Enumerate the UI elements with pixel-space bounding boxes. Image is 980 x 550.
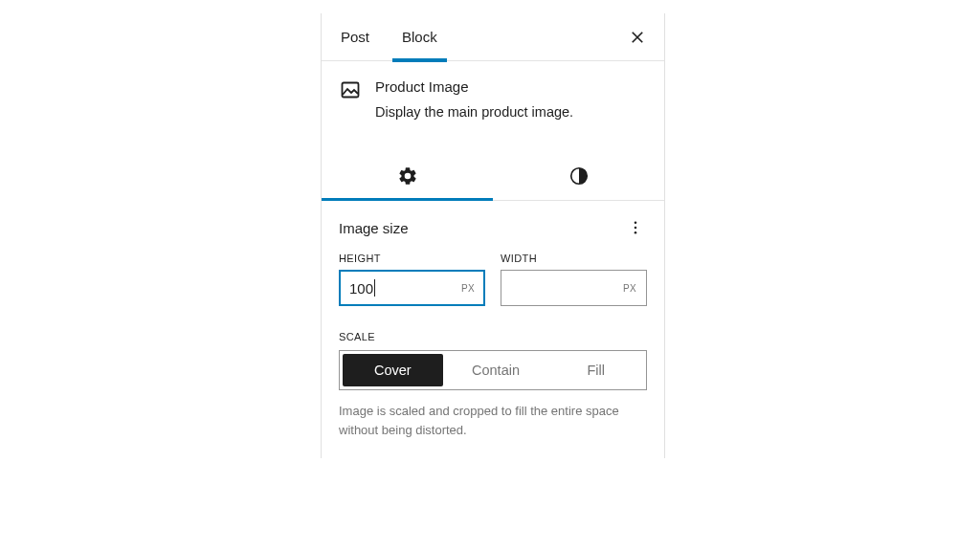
- height-unit[interactable]: PX: [456, 283, 475, 294]
- panel-tabs: Post Block: [322, 13, 664, 61]
- styles-subtab[interactable]: [493, 152, 664, 200]
- svg-rect-0: [343, 83, 359, 98]
- kebab-icon: [627, 219, 644, 236]
- width-input-wrapper[interactable]: PX: [501, 270, 647, 306]
- close-icon: [629, 29, 646, 46]
- image-size-section-header: Image size: [322, 201, 664, 245]
- close-panel-button[interactable]: [626, 26, 649, 49]
- section-options-button[interactable]: [624, 216, 647, 239]
- height-input-wrapper[interactable]: 100 PX: [339, 270, 485, 306]
- height-field: HEIGHT 100 PX: [339, 253, 485, 306]
- half-circle-icon: [568, 165, 590, 187]
- scale-contain-label: Contain: [472, 363, 520, 378]
- block-title: Product Image: [375, 78, 573, 95]
- width-label: WIDTH: [501, 253, 647, 264]
- height-value: 100: [349, 280, 373, 297]
- settings-subtab[interactable]: [322, 152, 493, 200]
- tab-block-label: Block: [402, 29, 437, 45]
- scale-fill-label: Fill: [587, 363, 605, 378]
- height-label: HEIGHT: [339, 253, 485, 264]
- settings-styles-tabs: [322, 152, 664, 201]
- width-input[interactable]: [511, 280, 617, 297]
- block-settings-panel: Post Block Product Image Display the mai…: [321, 13, 665, 458]
- scale-cover-button[interactable]: Cover: [343, 354, 443, 386]
- gear-icon: [397, 165, 418, 187]
- scale-fill-button[interactable]: Fill: [546, 351, 646, 389]
- scale-section: SCALE Cover Contain Fill: [322, 314, 664, 390]
- image-size-title: Image size: [339, 220, 409, 236]
- scale-toggle-group: Cover Contain Fill: [339, 350, 647, 390]
- svg-point-4: [635, 231, 637, 234]
- svg-point-2: [635, 222, 637, 225]
- width-unit[interactable]: PX: [617, 283, 636, 294]
- text-cursor: [374, 279, 375, 297]
- scale-cover-label: Cover: [374, 363, 412, 378]
- tab-block[interactable]: Block: [398, 13, 441, 61]
- block-card-text: Product Image Display the main product i…: [375, 78, 573, 121]
- scale-label: SCALE: [339, 331, 647, 342]
- scale-help-text: Image is scaled and cropped to fill the …: [322, 390, 664, 457]
- svg-point-3: [635, 227, 637, 230]
- block-card: Product Image Display the main product i…: [322, 61, 664, 133]
- dimension-fields: HEIGHT 100 PX WIDTH PX: [322, 245, 664, 314]
- block-description: Display the main product image.: [375, 102, 573, 121]
- tab-post-label: Post: [341, 29, 369, 45]
- width-field: WIDTH PX: [501, 253, 647, 306]
- scale-contain-button[interactable]: Contain: [446, 351, 546, 389]
- tab-post[interactable]: Post: [337, 13, 373, 61]
- image-icon: [339, 78, 362, 101]
